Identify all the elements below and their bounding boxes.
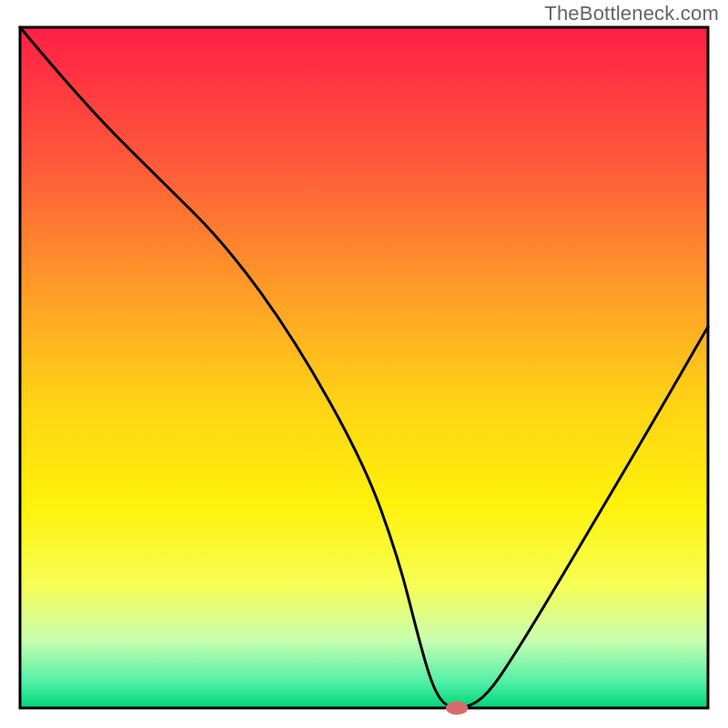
plot-area [20, 27, 708, 714]
chart-svg [0, 0, 728, 728]
minimum-marker [446, 702, 468, 715]
chart-root: TheBottleneck.com [0, 0, 728, 728]
gradient-background [20, 27, 708, 708]
